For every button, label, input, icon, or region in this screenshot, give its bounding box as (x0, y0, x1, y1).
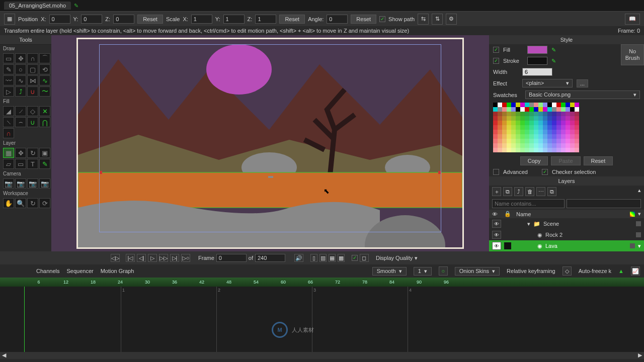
effect-options-button[interactable]: ... (577, 79, 588, 87)
palette-color[interactable] (507, 134, 511, 139)
palette-color[interactable] (543, 116, 547, 121)
palette-color[interactable] (556, 130, 561, 134)
scroll-left-icon[interactable]: ◀ (2, 352, 6, 359)
palette-color[interactable] (498, 107, 502, 112)
next-frame-icon[interactable]: ▷| (170, 254, 179, 262)
palette-color[interactable] (529, 125, 534, 130)
palette-color[interactable] (538, 116, 543, 121)
palette-color[interactable] (493, 134, 498, 139)
palette-color[interactable] (529, 116, 534, 121)
graph-icon[interactable]: 📈 (631, 266, 640, 276)
flip-v-icon[interactable]: ⇅ (432, 14, 443, 25)
layer-filter-input[interactable] (567, 199, 641, 208)
audio-icon[interactable]: 🔊 (294, 254, 303, 262)
palette-color[interactable] (538, 139, 543, 143)
tool-zoom[interactable]: 🔍 (15, 198, 26, 208)
palette-color[interactable] (498, 148, 502, 152)
palette-color[interactable] (566, 130, 570, 134)
relkey-icon[interactable]: ◇ (562, 266, 572, 276)
tool-bend[interactable]: ⤴ (15, 86, 26, 97)
palette-color[interactable] (520, 116, 525, 121)
palette-color[interactable] (511, 148, 516, 152)
palette-color[interactable] (534, 112, 538, 116)
palette-color[interactable] (570, 121, 575, 125)
palette-color[interactable] (534, 107, 538, 112)
palette-color[interactable] (525, 107, 529, 112)
palette-color[interactable] (511, 130, 516, 134)
frame-input[interactable] (216, 254, 247, 262)
palette-color[interactable] (561, 143, 566, 148)
palette-color[interactable] (547, 134, 552, 139)
tool-transform-layer[interactable]: ▦ (3, 148, 14, 158)
palette-color[interactable] (525, 143, 529, 148)
palette-color[interactable] (507, 107, 511, 112)
palette-color[interactable] (561, 139, 566, 143)
tool-noise[interactable]: ∿ (39, 75, 50, 85)
prev-frame-icon[interactable]: ◁| (137, 254, 146, 262)
palette-color[interactable] (493, 148, 498, 152)
position-x-input[interactable] (49, 15, 70, 24)
palette-color[interactable] (561, 107, 566, 112)
layer-settings-icon[interactable]: ⧉ (547, 187, 556, 196)
tool-layer8[interactable]: ✎ (39, 159, 50, 169)
tool-cam-roll[interactable]: 📷 (27, 178, 38, 189)
fill-checkbox[interactable]: ✓ (493, 47, 499, 53)
tool-bucket[interactable]: ◢ (3, 106, 14, 116)
checker-checkbox[interactable]: ✓ (542, 169, 548, 175)
tool-curve[interactable]: ⌒ (39, 53, 50, 63)
palette-color[interactable] (547, 143, 552, 148)
palette-color[interactable] (498, 143, 502, 148)
palette-color[interactable] (525, 130, 529, 134)
palette-color[interactable] (502, 103, 507, 107)
palette-color[interactable] (534, 148, 538, 152)
palette-color[interactable] (570, 112, 575, 116)
layer-menu-icon[interactable]: ▾ (638, 243, 641, 249)
palette-color[interactable] (511, 112, 516, 116)
palette-color[interactable] (575, 125, 579, 130)
palette-color[interactable] (561, 148, 566, 152)
palette-color[interactable] (561, 121, 566, 125)
palette-color[interactable] (575, 148, 579, 152)
fill-eyedrop-icon[interactable]: ✎ (551, 47, 556, 53)
paste-button[interactable]: Paste (551, 156, 580, 165)
palette-color[interactable] (511, 143, 516, 148)
width-input[interactable] (522, 68, 552, 76)
palette-color[interactable] (520, 125, 525, 130)
position-z-input[interactable] (113, 15, 134, 24)
palette-color[interactable] (502, 130, 507, 134)
tool-arc[interactable]: ⌢ (15, 117, 26, 127)
palette-color[interactable] (570, 134, 575, 139)
palette-color[interactable] (543, 125, 547, 130)
palette-color[interactable] (575, 134, 579, 139)
palette-color[interactable] (534, 139, 538, 143)
palette-color[interactable] (502, 107, 507, 112)
advanced-checkbox[interactable] (493, 169, 499, 175)
palette-color[interactable] (493, 139, 498, 143)
document-tab[interactable]: 05_ArrangingSet.moho (4, 2, 71, 10)
fast-fwd-icon[interactable]: ▷▷ (159, 254, 168, 262)
palette-color[interactable] (511, 107, 516, 112)
palette-color[interactable] (507, 148, 511, 152)
palette-color[interactable] (529, 134, 534, 139)
palette-color[interactable] (547, 125, 552, 130)
palette-color[interactable] (498, 134, 502, 139)
palette-color[interactable] (529, 107, 534, 112)
palette-color[interactable] (502, 125, 507, 130)
palette-color[interactable] (525, 134, 529, 139)
tool-perspective[interactable]: ⋈ (27, 75, 38, 85)
reset-position-button[interactable]: Reset (137, 15, 163, 24)
palette-color[interactable] (498, 116, 502, 121)
tool-shape[interactable]: ○ (15, 64, 26, 74)
color-palette[interactable] (489, 101, 644, 154)
duplicate-layer-icon[interactable]: ⧉ (503, 187, 512, 196)
expand-icon[interactable]: ▾ (527, 221, 530, 227)
tool-move[interactable]: ✥ (15, 148, 26, 158)
tool-text[interactable]: T (27, 159, 38, 169)
palette-color[interactable] (552, 103, 556, 107)
palette-color[interactable] (498, 125, 502, 130)
flip-h-icon[interactable]: ⇆ (418, 14, 429, 25)
stroke-eyedrop-icon[interactable]: ✎ (551, 58, 556, 64)
palette-color[interactable] (556, 134, 561, 139)
palette-color[interactable] (538, 103, 543, 107)
layer-search-input[interactable] (492, 199, 565, 208)
